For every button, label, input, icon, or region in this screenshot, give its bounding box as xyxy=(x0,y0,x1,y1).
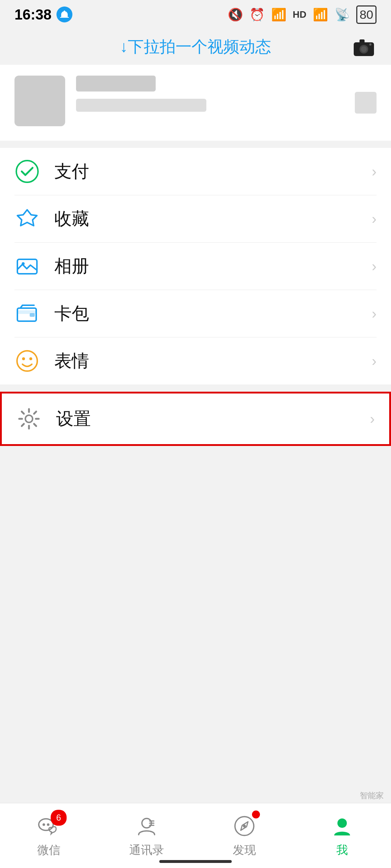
svg-point-15 xyxy=(25,415,33,422)
pay-label: 支付 xyxy=(54,160,357,183)
weixin-label: 微信 xyxy=(37,842,60,858)
svg-point-5 xyxy=(369,43,371,46)
discover-dot xyxy=(252,810,260,818)
status-time: 16:38 xyxy=(14,7,72,23)
watermark: 智能家 xyxy=(360,790,384,801)
bottom-navigation: 6 微信 通讯录 发现 xyxy=(0,803,391,868)
svg-point-14 xyxy=(29,357,32,360)
mute-icon: 🔇 xyxy=(228,7,243,22)
profile-section[interactable] xyxy=(0,65,391,141)
notification-icon xyxy=(56,7,72,22)
svg-point-12 xyxy=(17,351,37,371)
menu-item-wallet[interactable]: 卡包 › xyxy=(0,290,391,337)
svg-point-17 xyxy=(43,823,45,826)
pay-icon xyxy=(14,159,40,184)
svg-rect-4 xyxy=(360,39,365,43)
profile-info xyxy=(76,76,377,112)
status-icons: 🔇 ⏰ 📶 HD 📶 📡 80 xyxy=(228,5,377,24)
favorites-arrow: › xyxy=(372,211,377,227)
weixin-icon: 6 xyxy=(36,813,62,839)
svg-point-18 xyxy=(47,823,50,826)
status-bar: 16:38 🔇 ⏰ 📶 HD 📶 📡 80 xyxy=(0,0,391,29)
svg-point-6 xyxy=(16,161,38,182)
weixin-badge: 6 xyxy=(51,810,67,826)
album-arrow: › xyxy=(372,258,377,275)
discover-icon xyxy=(232,813,257,839)
wallet-label: 卡包 xyxy=(54,302,357,325)
camera-button[interactable] xyxy=(351,34,377,60)
svg-point-26 xyxy=(337,818,347,828)
favorites-label: 收藏 xyxy=(54,207,357,230)
album-label: 相册 xyxy=(54,255,357,278)
alarm-icon: ⏰ xyxy=(249,7,265,22)
section-divider-2 xyxy=(0,384,391,392)
profile-name-placeholder xyxy=(76,76,156,92)
menu-item-album[interactable]: 相册 › xyxy=(0,243,391,290)
nav-item-discover[interactable]: 发现 xyxy=(196,813,293,858)
signal-icon2: 📶 xyxy=(313,7,328,22)
contacts-label: 通讯录 xyxy=(129,842,164,858)
album-icon xyxy=(14,254,40,279)
svg-point-8 xyxy=(22,262,25,265)
svg-point-13 xyxy=(22,357,25,360)
discover-label: 发现 xyxy=(233,842,256,858)
profile-id-placeholder xyxy=(76,99,206,112)
svg-point-25 xyxy=(243,825,246,827)
page-header: ↓下拉拍一个视频动态 xyxy=(0,29,391,65)
emoji-icon xyxy=(14,348,40,374)
settings-arrow: › xyxy=(370,411,375,427)
contacts-icon xyxy=(134,813,159,839)
me-label: 我 xyxy=(336,842,348,858)
nav-item-weixin[interactable]: 6 微信 xyxy=(0,813,98,858)
hd-icon: HD xyxy=(293,9,307,20)
settings-icon xyxy=(16,406,42,431)
menu-section: 支付 › 收藏 › 相册 › xyxy=(0,148,391,384)
favorites-icon xyxy=(14,206,40,231)
svg-rect-11 xyxy=(30,313,35,317)
badge-count: 6 xyxy=(56,813,61,823)
settings-highlighted-container: 设置 › xyxy=(0,392,391,446)
section-divider xyxy=(0,141,391,148)
wallet-arrow: › xyxy=(372,306,377,322)
nav-item-me[interactable]: 我 xyxy=(293,813,391,858)
me-icon xyxy=(329,813,355,839)
menu-item-emoji[interactable]: 表情 › xyxy=(0,337,391,384)
menu-item-settings[interactable]: 设置 › xyxy=(2,393,389,444)
svg-point-3 xyxy=(361,46,367,52)
qr-code xyxy=(355,92,377,114)
emoji-arrow: › xyxy=(372,353,377,369)
wifi-icon: 📡 xyxy=(335,7,350,22)
home-indicator xyxy=(159,860,232,863)
signal-icon: 📶 xyxy=(271,7,286,22)
nav-item-contacts[interactable]: 通讯录 xyxy=(98,813,196,858)
emoji-label: 表情 xyxy=(54,349,357,373)
svg-rect-0 xyxy=(64,10,65,12)
menu-item-favorites[interactable]: 收藏 › xyxy=(0,195,391,242)
battery-level: 80 xyxy=(360,8,373,22)
battery-indicator: 80 xyxy=(356,5,377,24)
wallet-icon xyxy=(14,301,40,326)
menu-item-pay[interactable]: 支付 › xyxy=(0,148,391,195)
time-display: 16:38 xyxy=(14,7,51,23)
settings-label: 设置 xyxy=(56,407,356,430)
avatar xyxy=(14,76,65,126)
pay-arrow: › xyxy=(372,163,377,180)
pull-to-record-text: ↓下拉拍一个视频动态 xyxy=(14,36,377,58)
empty-area xyxy=(0,446,391,677)
